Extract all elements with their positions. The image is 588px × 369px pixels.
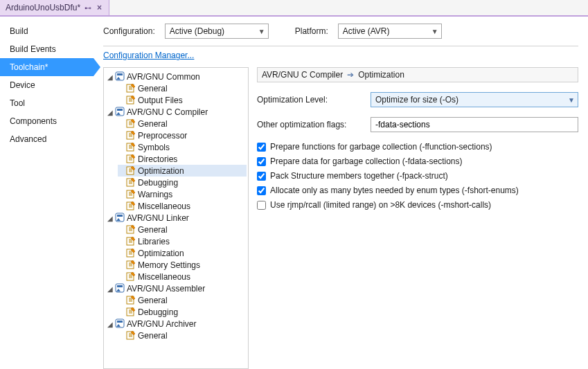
tree-label: Symbols	[138, 143, 170, 152]
tree-label: AVR/GNU Common	[127, 72, 200, 82]
tree-caret-icon[interactable]: ◢	[107, 285, 114, 293]
sidenav-item[interactable]: Toolchain*	[0, 58, 93, 76]
tree-label: Libraries	[138, 237, 170, 246]
tree-group[interactable]: ◢AVR/GNU Assembler	[107, 282, 247, 294]
checkbox-input[interactable]	[257, 172, 266, 181]
other-flags-input[interactable]	[371, 117, 578, 132]
tree-caret-icon[interactable]: ◢	[107, 215, 114, 222]
close-icon[interactable]: ×	[96, 3, 103, 12]
tree-label: Directories	[138, 154, 177, 164]
tree-label: Preprocessor	[138, 131, 187, 141]
checkbox-label: Pack Structure members together (-fpack-…	[270, 171, 448, 181]
edit-page-icon	[126, 237, 136, 246]
sidenav-item[interactable]: Advanced	[0, 130, 93, 148]
tree-node[interactable]: General	[118, 118, 247, 129]
optimization-checkbox[interactable]: Allocate only as many bytes needed by en…	[257, 186, 578, 195]
tree-node[interactable]: Optimization	[118, 247, 247, 259]
tree-node[interactable]: Miscellaneous	[118, 200, 247, 212]
optimization-level-label: Optimization Level:	[257, 95, 361, 105]
tree-node[interactable]: Preprocessor	[118, 129, 247, 141]
tree-node[interactable]: Symbols	[118, 141, 247, 153]
toolchain-tree-pane: ◢AVR/GNU CommonGeneralOutput Files◢AVR/G…	[103, 67, 249, 369]
tree-group[interactable]: ◢AVR/GNU Linker	[107, 212, 247, 224]
optimization-checkbox[interactable]: Prepare functions for garbage collection…	[257, 142, 578, 152]
tree-label: AVR/GNU Assembler	[127, 284, 205, 294]
tree-label: Output Files	[138, 96, 183, 105]
tree-node[interactable]: Debugging	[118, 177, 247, 188]
toolchain-tree[interactable]: ◢AVR/GNU CommonGeneralOutput Files◢AVR/G…	[105, 71, 247, 341]
chevron-down-icon: ▼	[431, 28, 438, 35]
chevron-down-icon: ▼	[568, 96, 575, 104]
pin-icon[interactable]: ⊷	[84, 4, 91, 12]
document-tab[interactable]: ArduinoUnoUsbDfu* ⊷ ×	[0, 0, 109, 15]
tree-node[interactable]: Directories	[118, 153, 247, 165]
optimization-level-row: Optimization Level: Optimize for size (-…	[257, 92, 578, 107]
tree-caret-icon[interactable]: ◢	[107, 73, 114, 81]
edit-page-icon	[126, 272, 136, 282]
tree-node[interactable]: Debugging	[118, 306, 247, 318]
checkbox-input[interactable]	[257, 201, 266, 210]
tree-group[interactable]: ◢AVR/GNU C Compiler	[107, 106, 247, 118]
edit-page-icon	[126, 249, 136, 258]
group-icon	[115, 107, 125, 117]
checkbox-input[interactable]	[257, 157, 266, 166]
tree-label: Miscellaneous	[138, 201, 190, 211]
configuration-label: Configuration:	[103, 26, 155, 36]
tree-node[interactable]: Libraries	[118, 235, 247, 247]
sidenav-item[interactable]: Tool	[0, 94, 93, 112]
other-flags-row: Other optimization flags:	[257, 117, 578, 132]
group-icon	[115, 72, 125, 82]
configuration-select[interactable]: Active (Debug) ▼	[165, 24, 269, 39]
tree-group[interactable]: ◢AVR/GNU Common	[107, 71, 247, 82]
tree-label: General	[138, 331, 168, 341]
tree-node[interactable]: Warnings	[118, 188, 247, 200]
divider	[103, 46, 578, 46]
checkbox-label: Use rjmp/rcall (limited range) on >8K de…	[270, 200, 491, 210]
svg-rect-26	[117, 321, 123, 323]
optimization-level-select[interactable]: Optimize for size (-Os) ▼	[371, 92, 578, 107]
tree-label: Miscellaneous	[138, 272, 190, 282]
document-tabbar: ArduinoUnoUsbDfu* ⊷ ×	[0, 0, 588, 17]
platform-select[interactable]: Active (AVR) ▼	[338, 24, 442, 39]
edit-page-icon	[126, 119, 136, 129]
optimization-checkbox[interactable]: Use rjmp/rcall (limited range) on >8K de…	[257, 200, 578, 210]
tree-node[interactable]: Memory Settings	[118, 259, 247, 271]
edit-page-icon	[126, 96, 136, 105]
tree-label: Optimization	[138, 166, 184, 176]
tree-group[interactable]: ◢AVR/GNU Archiver	[107, 318, 247, 330]
settings-main: Configuration: Active (Debug) ▼ Platform…	[93, 17, 588, 369]
checkbox-input[interactable]	[257, 143, 266, 152]
sidenav-item[interactable]: Device	[0, 76, 93, 94]
tree-node[interactable]: General	[118, 224, 247, 235]
edit-page-icon	[126, 260, 136, 270]
edit-page-icon	[126, 201, 136, 211]
tree-node[interactable]: Miscellaneous	[118, 271, 247, 282]
tree-node[interactable]: General	[118, 82, 247, 94]
tree-label: Warnings	[138, 190, 172, 199]
edit-page-icon	[126, 131, 136, 141]
tree-node[interactable]: Output Files	[118, 94, 247, 106]
sidenav-item[interactable]: Build	[0, 22, 93, 40]
sidenav-item[interactable]: Build Events	[0, 40, 93, 58]
sidenav-item[interactable]: Components	[0, 112, 93, 130]
tree-label: General	[138, 225, 168, 235]
tree-caret-icon[interactable]: ◢	[107, 109, 114, 116]
optimization-level-value: Optimize for size (-Os)	[375, 95, 458, 105]
tree-caret-icon[interactable]: ◢	[107, 321, 114, 328]
tree-label: AVR/GNU C Compiler	[127, 107, 208, 117]
platform-value: Active (AVR)	[343, 26, 427, 36]
edit-page-icon	[126, 166, 136, 176]
group-icon	[115, 213, 125, 223]
tree-label: Optimization	[138, 249, 184, 258]
checkbox-input[interactable]	[257, 186, 266, 195]
tree-node[interactable]: General	[118, 330, 247, 341]
edit-page-icon	[126, 84, 136, 93]
tree-node[interactable]: Optimization	[118, 165, 247, 177]
tree-node[interactable]: General	[118, 294, 247, 306]
svg-rect-5	[117, 109, 123, 111]
optimization-checkbox[interactable]: Pack Structure members together (-fpack-…	[257, 171, 578, 181]
group-icon	[115, 284, 125, 294]
svg-rect-1	[117, 73, 123, 75]
optimization-checkbox[interactable]: Prepare data for garbage collection (-fd…	[257, 156, 578, 166]
configuration-manager-link[interactable]: Configuration Manager...	[103, 51, 578, 60]
